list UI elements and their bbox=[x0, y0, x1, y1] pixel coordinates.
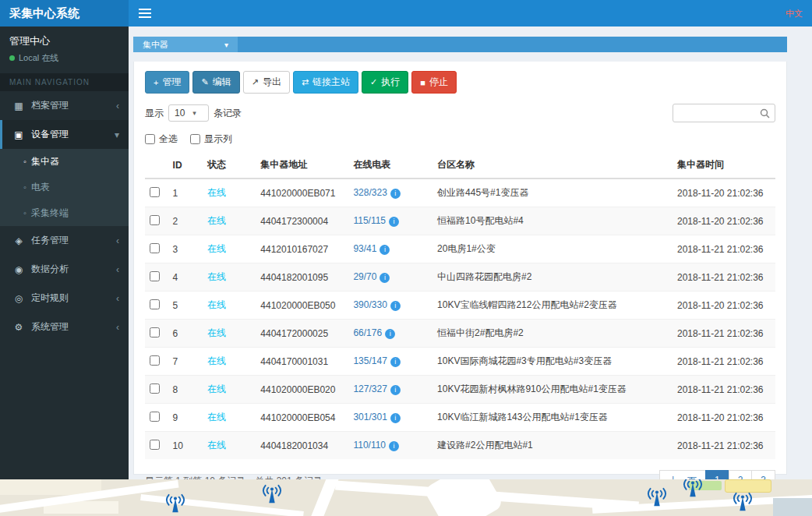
info-icon[interactable]: i bbox=[390, 301, 401, 311]
edit-button[interactable]: ✎编辑 bbox=[192, 71, 239, 94]
main-content: 集中器 ▾ +管理✎编辑↗导出⇄链接主站✓执行■停止 显示 10 ▾ 条记录 bbox=[129, 27, 812, 479]
info-icon[interactable]: i bbox=[390, 357, 401, 367]
user-panel: 管理中心 Local 在线 bbox=[0, 27, 129, 73]
status-link[interactable]: 在线 bbox=[207, 383, 226, 394]
column-header-time[interactable]: 集中器时间 bbox=[673, 152, 775, 178]
chart-icon: ◉ bbox=[12, 264, 26, 275]
hamburger-menu-icon[interactable] bbox=[129, 0, 161, 27]
cell-time: 2018-11-20 21:02:36 bbox=[673, 404, 775, 432]
bullet-icon: ◦ bbox=[23, 157, 26, 166]
app-root: 采集中心系统 中文 管理中心 Local 在线 MAIN NAVIGATION … bbox=[0, 0, 812, 516]
cell-station: 10KV国际商城花园#3专用配电站#3变压器 bbox=[432, 348, 673, 376]
cell-time: 2018-11-20 21:02:36 bbox=[673, 178, 775, 207]
sidebar-subitem-terminal[interactable]: ◦采集终端 bbox=[0, 200, 129, 226]
nav-section-label: MAIN NAVIGATION bbox=[0, 73, 129, 91]
row-checkbox[interactable] bbox=[150, 412, 160, 422]
sidebar-item-devices[interactable]: ▣设备管理▾ bbox=[0, 120, 129, 149]
chevron-down-icon[interactable]: ▾ bbox=[224, 41, 228, 49]
row-checkbox[interactable] bbox=[150, 243, 160, 253]
table-row: 7在线4404170001031135/147i10KV国际商城花园#3专用配电… bbox=[145, 348, 775, 376]
cell-time: 2018-11-21 21:02:36 bbox=[673, 432, 775, 460]
sidebar-item-analysis[interactable]: ◉数据分析‹ bbox=[0, 255, 129, 284]
sidebar-submenu: ◦集中器◦电表◦采集终端 bbox=[0, 149, 129, 226]
cell-id: 3 bbox=[168, 235, 203, 263]
cell-station: 创业路445号#1变压器 bbox=[432, 178, 673, 207]
column-header-status[interactable]: 状态 bbox=[203, 152, 256, 178]
status-link[interactable]: 在线 bbox=[207, 215, 226, 226]
info-icon[interactable]: i bbox=[380, 273, 390, 283]
column-header-meters[interactable]: 在线电表 bbox=[348, 152, 432, 178]
task-icon: ◈ bbox=[12, 235, 26, 246]
status-link[interactable]: 在线 bbox=[207, 355, 226, 366]
row-checkbox[interactable] bbox=[150, 327, 160, 338]
row-checkbox[interactable] bbox=[150, 187, 160, 197]
map-water-area bbox=[773, 498, 812, 516]
sidebar-subitem-meter[interactable]: ◦电表 bbox=[0, 175, 129, 200]
info-icon[interactable]: i bbox=[389, 217, 399, 227]
select-all-checkbox[interactable] bbox=[145, 134, 155, 144]
column-header-station[interactable]: 台区名称 bbox=[432, 152, 673, 178]
sidebar-item-tasks[interactable]: ◈任务管理‹ bbox=[0, 226, 129, 255]
status-link[interactable]: 在线 bbox=[207, 412, 226, 422]
select-row: 全选 显示列 bbox=[145, 133, 775, 146]
export-button[interactable]: ↗导出 bbox=[243, 71, 290, 94]
stop-button[interactable]: ■停止 bbox=[411, 71, 457, 94]
row-checkbox[interactable] bbox=[150, 440, 160, 450]
row-checkbox[interactable] bbox=[150, 271, 160, 281]
export-icon: ↗ bbox=[252, 77, 259, 87]
row-checkbox[interactable] bbox=[150, 215, 160, 225]
table-row: 10在线4404182001034110/110i建设路#2公用配电站#1201… bbox=[145, 432, 775, 460]
show-columns-control[interactable]: 显示列 bbox=[190, 133, 232, 146]
status-link[interactable]: 在线 bbox=[207, 187, 226, 198]
link-master-button[interactable]: ⇄链接主站 bbox=[293, 71, 358, 94]
status-link[interactable]: 在线 bbox=[207, 440, 226, 451]
status-link[interactable]: 在线 bbox=[207, 271, 226, 282]
cell-time: 2018-11-21 21:02:36 bbox=[673, 320, 775, 348]
column-header-id[interactable]: ID bbox=[168, 152, 203, 178]
cell-station: 10KV临江新城路143公用配电站#1变压器 bbox=[432, 404, 673, 432]
search-icon[interactable] bbox=[760, 108, 770, 118]
signal-tower-icon[interactable] bbox=[733, 492, 753, 512]
gear-icon: ⚙ bbox=[12, 322, 26, 333]
row-checkbox[interactable] bbox=[150, 299, 160, 309]
select-all-control[interactable]: 全选 bbox=[145, 133, 178, 146]
signal-tower-icon[interactable] bbox=[262, 484, 282, 504]
button-label: 导出 bbox=[263, 76, 281, 89]
execute-button[interactable]: ✓执行 bbox=[362, 71, 408, 94]
cell-time: 2018-11-20 21:02:36 bbox=[673, 292, 775, 320]
status-link[interactable]: 在线 bbox=[207, 243, 226, 254]
info-icon[interactable]: i bbox=[380, 245, 390, 255]
tab-concentrator[interactable]: 集中器 ▾ bbox=[133, 37, 238, 52]
info-icon[interactable]: i bbox=[389, 441, 399, 451]
cell-station: 10KV宝临线帽四路212公用配电站#2变压器 bbox=[432, 292, 673, 320]
signal-tower-icon[interactable] bbox=[647, 487, 667, 507]
info-icon[interactable]: i bbox=[385, 329, 395, 339]
manage-button[interactable]: +管理 bbox=[145, 71, 189, 94]
map-strip[interactable] bbox=[0, 479, 812, 516]
sidebar-menu: ▦档案管理‹▣设备管理▾◦集中器◦电表◦采集终端◈任务管理‹◉数据分析‹◎定时规… bbox=[0, 91, 129, 341]
status-link[interactable]: 在线 bbox=[207, 327, 226, 338]
row-checkbox[interactable] bbox=[150, 383, 160, 394]
sidebar-subitem-concentrator[interactable]: ◦集中器 bbox=[0, 149, 129, 175]
search-input[interactable] bbox=[678, 108, 756, 118]
status-link[interactable]: 在线 bbox=[207, 299, 226, 310]
row-checkbox[interactable] bbox=[150, 355, 160, 366]
sidebar-item-schedule[interactable]: ◎定时规则‹ bbox=[0, 284, 129, 313]
sidebar-item-archives[interactable]: ▦档案管理‹ bbox=[0, 91, 129, 120]
info-icon[interactable]: i bbox=[390, 385, 401, 395]
app-logo[interactable]: 采集中心系统 bbox=[0, 0, 129, 27]
table-row: 6在线440417200002566/176i恒福中街2#配电房#22018-1… bbox=[145, 320, 775, 348]
link-icon: ⇄ bbox=[302, 77, 309, 87]
sidebar-item-system[interactable]: ⚙系统管理‹ bbox=[0, 313, 129, 341]
cell-meters: 328/323 bbox=[353, 187, 387, 198]
show-columns-checkbox[interactable] bbox=[190, 134, 200, 144]
header-right-link[interactable]: 中文 bbox=[786, 0, 812, 27]
signal-tower-icon[interactable] bbox=[165, 493, 185, 514]
page-size-select[interactable]: 10 ▾ bbox=[168, 104, 209, 122]
column-header-address[interactable]: 集中器地址 bbox=[256, 152, 348, 178]
sidebar-item-label: 系统管理 bbox=[31, 320, 116, 334]
signal-tower-icon[interactable] bbox=[683, 479, 703, 498]
info-icon[interactable]: i bbox=[390, 189, 401, 199]
cell-meters: 127/327 bbox=[353, 383, 387, 394]
info-icon[interactable]: i bbox=[390, 413, 401, 423]
